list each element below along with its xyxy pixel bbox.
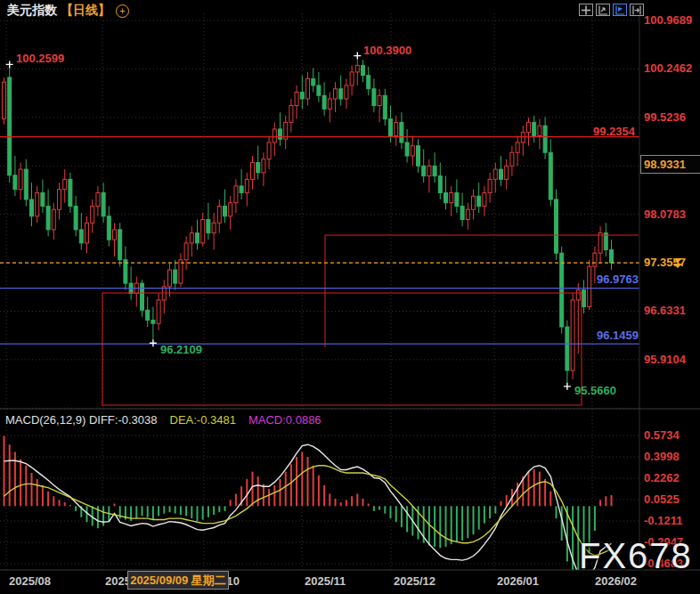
symbol-name: 美元指数 bbox=[7, 3, 57, 19]
axis-right-icon bbox=[631, 5, 642, 15]
support-line2-label: 96.1459 bbox=[597, 329, 639, 342]
macd-dea-label: DEA:-0.3481 bbox=[170, 413, 236, 427]
axis-left-icon bbox=[598, 5, 608, 15]
support-line1-label: 96.9763 bbox=[597, 273, 639, 286]
chart-canvas[interactable] bbox=[0, 0, 700, 594]
macd-panel bbox=[4, 436, 612, 579]
axis-auto-icon bbox=[615, 5, 625, 15]
resistance-line-label: 99.2354 bbox=[593, 125, 635, 138]
panel-frame bbox=[0, 13, 700, 570]
axis-scale-auto-button[interactable] bbox=[613, 4, 627, 16]
macd-header: MACD(26,12,9) DIFF:-0.3038 DEA:-0.3481 M… bbox=[5, 413, 322, 427]
trading-chart-app: 美元指数 【日线】 + 100.2599 100.3900 bbox=[0, 0, 700, 594]
candlesticks bbox=[3, 60, 614, 383]
low-price-label: 96.2109 bbox=[160, 343, 202, 356]
scale-toolbar bbox=[579, 4, 644, 16]
date-tooltip: 2025/09/09 星期二 bbox=[127, 571, 229, 590]
watermark: FX678 bbox=[579, 536, 693, 576]
gridlines bbox=[0, 13, 639, 570]
low2-price-label: 95.5660 bbox=[574, 384, 616, 397]
pan-tool-button[interactable] bbox=[579, 4, 593, 16]
axis-scale-right-button[interactable] bbox=[630, 4, 644, 16]
peak2-price-label: 100.3900 bbox=[363, 44, 411, 57]
pan-icon bbox=[581, 5, 591, 15]
macd-macd-label: MACD:0.0886 bbox=[248, 413, 322, 427]
add-indicator-icon[interactable]: + bbox=[116, 4, 129, 18]
macd-diff-label: MACD(26,12,9) DIFF:-0.3038 bbox=[5, 413, 158, 427]
close-price-box: 98.9331 bbox=[640, 155, 700, 174]
overlay-lines bbox=[0, 137, 639, 405]
peak-price-label: 100.2599 bbox=[16, 52, 64, 65]
axis-scale-left-button[interactable] bbox=[596, 4, 610, 16]
period-label[interactable]: 【日线】 bbox=[61, 3, 110, 19]
current-price-arrows-icon[interactable] bbox=[673, 258, 682, 269]
chart-header: 美元指数 【日线】 + bbox=[7, 3, 129, 19]
